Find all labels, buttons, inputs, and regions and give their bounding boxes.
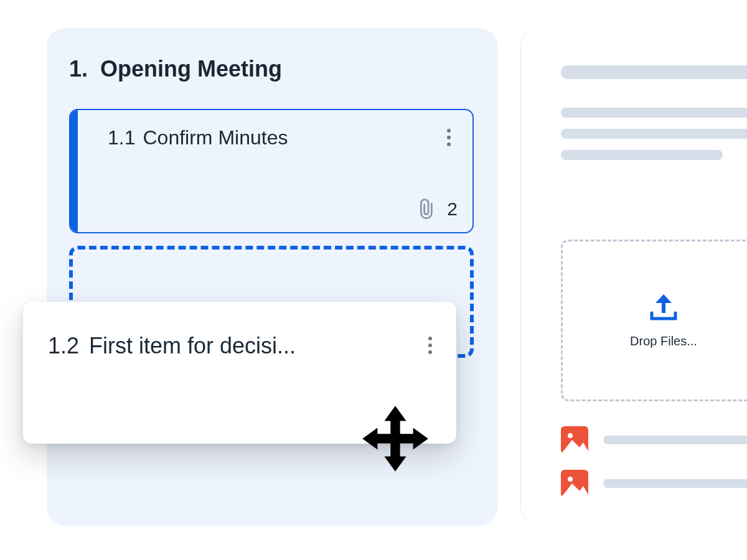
agenda-item-title: 1.2First item for decisi... (48, 333, 296, 359)
skeleton-line (561, 65, 747, 79)
agenda-item-drag-ghost[interactable]: 1.2First item for decisi... (23, 302, 456, 444)
svg-marker-11 (561, 483, 588, 497)
agenda-item-number: 1.2 (48, 333, 79, 358)
agenda-section-heading: 1.Opening Meeting (69, 56, 282, 82)
dropzone-label: Drop Files... (630, 334, 697, 348)
svg-point-10 (568, 477, 573, 482)
svg-point-8 (568, 433, 573, 438)
svg-marker-7 (655, 294, 672, 303)
file-dropzone[interactable]: Drop Files... (561, 240, 747, 401)
agenda-item-card[interactable]: 1.1Confirm Minutes 2 (69, 109, 474, 233)
skeleton-line (561, 150, 723, 160)
paperclip-icon (420, 198, 436, 220)
more-options-button[interactable] (421, 337, 439, 354)
svg-marker-9 (561, 440, 588, 454)
agenda-panel: 1.Opening Meeting 1.1Confirm Minutes 2 (47, 28, 498, 526)
more-options-button[interactable] (440, 129, 458, 146)
upload-icon (648, 293, 679, 322)
skeleton-line (603, 436, 747, 444)
agenda-section-number: 1. (69, 56, 88, 82)
attachment-count: 2 (447, 198, 458, 220)
agenda-section-title: Opening Meeting (100, 56, 282, 82)
card-accent-bar (70, 110, 78, 232)
attachment-indicator[interactable]: 2 (420, 198, 458, 220)
agenda-item-title: 1.1Confirm Minutes (108, 126, 288, 149)
details-side-panel: Drop Files... (520, 28, 747, 526)
image-file-icon (561, 426, 588, 454)
skeleton-line (561, 129, 747, 139)
attachment-row[interactable] (561, 470, 747, 497)
agenda-item-label: First item for decisi... (89, 333, 296, 358)
skeleton-line (561, 108, 747, 118)
image-file-icon (561, 470, 588, 497)
agenda-item-label: Confirm Minutes (143, 126, 288, 149)
skeleton-line (603, 479, 747, 488)
agenda-item-number: 1.1 (108, 126, 135, 149)
attachment-row[interactable] (561, 426, 747, 454)
